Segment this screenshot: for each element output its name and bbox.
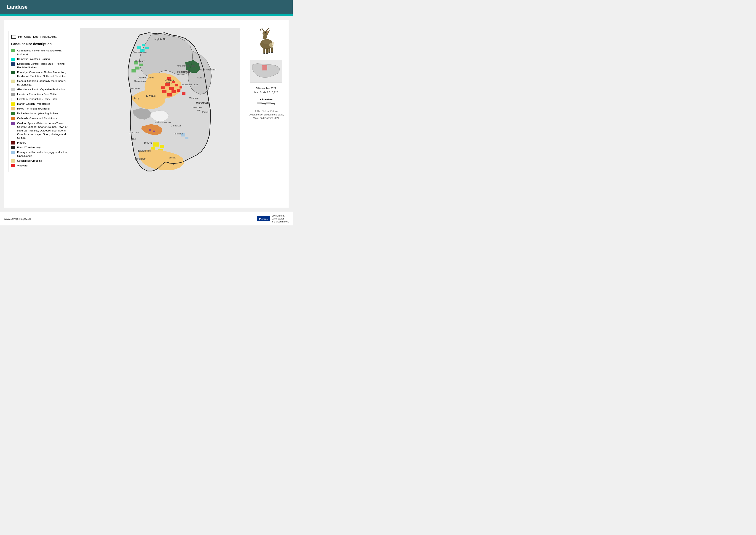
legend-label: Livestock Production - Dairy Cattle (17, 97, 57, 101)
victoria-logo: VICTORIA Environment,Land, Waterand Gove… (257, 214, 289, 223)
svg-line-65 (268, 28, 270, 29)
svg-text:Thomastown: Thomastown (134, 80, 146, 82)
legend-swatch (11, 164, 15, 167)
legend-item: Livestock Production - Dairy Cattle (11, 97, 69, 101)
legend-swatch (11, 151, 15, 154)
svg-rect-80 (264, 53, 265, 54)
svg-line-67 (268, 30, 270, 30)
svg-text:Cardinia Reservoir: Cardinia Reservoir (154, 121, 171, 124)
legend-label: Specialised Cropping (17, 159, 42, 162)
legend-swatch (11, 80, 15, 83)
legend-item: Equestrian Centre; Horse Stud / Training… (11, 62, 69, 69)
legend-item: Poultry - broiler production; egg produc… (11, 151, 69, 158)
legend-items: Commercial Flower and Plant Growing (out… (11, 49, 69, 168)
legend-item: Specialised Cropping (11, 159, 69, 162)
svg-text:Yves Creek: Yves Creek (191, 106, 202, 109)
svg-text:Tonimbuk: Tonimbuk (174, 132, 183, 135)
legend-item: Native Hardwood (standing timber) (11, 112, 69, 115)
legend-item: Domestic Livestock Grazing (11, 57, 69, 61)
svg-rect-11 (182, 92, 185, 95)
legend-swatch (11, 93, 15, 96)
copyright-text: © The State of Victoria Department of En… (249, 109, 284, 120)
footer-logo: VICTORIA Environment,Land, Waterand Gove… (257, 214, 289, 223)
legend-swatch (11, 141, 15, 145)
legend-swatch (11, 122, 15, 125)
svg-rect-82 (268, 52, 270, 53)
svg-text:Healesville: Healesville (178, 70, 190, 73)
legend-label: Poultry - broiler production; egg produc… (17, 151, 69, 158)
svg-text:Kinglake NP: Kinglake NP (154, 38, 166, 41)
svg-rect-9 (172, 90, 176, 93)
svg-rect-26 (185, 137, 188, 139)
svg-text:Beena...: Beena... (169, 156, 177, 159)
svg-text:Mt Donna: Mt Donna (165, 79, 174, 81)
legend-item: Mixed Farming and Grazing (11, 107, 69, 110)
svg-rect-21 (137, 46, 141, 49)
legend-label: Native Hardwood (standing timber) (17, 112, 58, 115)
svg-rect-78 (268, 48, 270, 53)
svg-text:Yarra SF: Yarra SF (197, 76, 205, 79)
svg-rect-6 (175, 84, 178, 86)
legend-item: General Cropping (generally more than 20… (11, 79, 69, 86)
svg-rect-22 (142, 44, 145, 46)
svg-text:8: 8 (274, 103, 275, 105)
map-scale: Map Scale 1:518,228 (254, 91, 278, 95)
page-header: Landuse (0, 0, 293, 14)
right-panel: 5 November 2021 Map Scale 1:518,228 Kilo… (248, 24, 285, 204)
svg-rect-90 (266, 103, 271, 103)
svg-rect-20 (131, 69, 136, 72)
svg-rect-81 (266, 53, 268, 54)
svg-text:Doncaster: Doncaster (130, 87, 140, 90)
vic-logo-text: VICTORIA (257, 216, 270, 221)
deer-illustration (251, 27, 281, 56)
legend-title: Landuse use description (11, 42, 69, 47)
svg-rect-76 (264, 48, 265, 54)
svg-rect-13 (153, 142, 159, 147)
accent-bar (0, 14, 293, 16)
legend-swatch (11, 112, 15, 115)
svg-text:Diamond Creek: Diamond Creek (138, 76, 154, 79)
legend-label: Livestock Production - Beef Cattle (17, 92, 57, 96)
legend-label: Domestic Livestock Grazing (17, 57, 50, 61)
inset-map (250, 60, 282, 83)
svg-rect-18 (139, 64, 143, 66)
svg-rect-4 (161, 86, 165, 89)
legend-label: Plant / Tree Nursery (17, 146, 41, 149)
svg-text:Yarra Ranges NP: Yarra Ranges NP (200, 69, 216, 71)
svg-text:Yarra Tributaries FR: Yarra Tributaries FR (177, 65, 195, 67)
svg-text:Selberg: Selberg (131, 97, 139, 99)
svg-rect-3 (165, 83, 170, 86)
svg-text:Buang: Buang (166, 81, 172, 83)
deer-icon (252, 28, 280, 55)
legend-item: Glasshouse Plant / Vegetable Production (11, 88, 69, 91)
legend-swatch (11, 146, 15, 149)
legend-label: Market Garden - Vegetables (17, 102, 50, 106)
svg-line-62 (261, 28, 262, 29)
svg-rect-10 (177, 89, 181, 92)
svg-rect-79 (271, 47, 273, 52)
svg-text:McMahons Creek: McMahons Creek (182, 83, 199, 86)
legend-label: Outdoor Sports - Extended Areas/Cross Co… (17, 122, 69, 140)
svg-rect-19 (135, 67, 139, 70)
svg-text:0: 0 (257, 103, 258, 105)
legend-label: Mixed Farming and Grazing (17, 107, 50, 110)
svg-line-61 (261, 29, 262, 30)
map-info: 5 November 2021 Map Scale 1:518,228 (254, 86, 278, 95)
legend-item: Market Garden - Vegetables (11, 102, 69, 106)
legend-swatch (11, 58, 15, 61)
legend-item: Vineyard (11, 164, 69, 167)
legend-item: Outdoor Sports - Extended Areas/Cross Co… (11, 122, 69, 140)
svg-text:4: 4 (265, 103, 266, 105)
legend-label: General Cropping (generally more than 20… (17, 79, 69, 86)
svg-text:Disappointment: Disappointment (133, 51, 147, 53)
legend-swatch (11, 62, 15, 66)
legend-swatch (11, 49, 15, 52)
svg-line-66 (268, 28, 269, 28)
svg-point-69 (263, 33, 265, 35)
legend-label: Glasshouse Plant / Vegetable Production (17, 88, 65, 91)
legend-item: Forestry - Commercial Timber Production;… (11, 70, 69, 78)
legend-label: Orchards, Groves and Plantations (17, 116, 57, 120)
legend-label: Piggery (17, 141, 26, 145)
svg-rect-28 (153, 130, 155, 132)
svg-text:Pakenham: Pakenham (135, 157, 146, 160)
